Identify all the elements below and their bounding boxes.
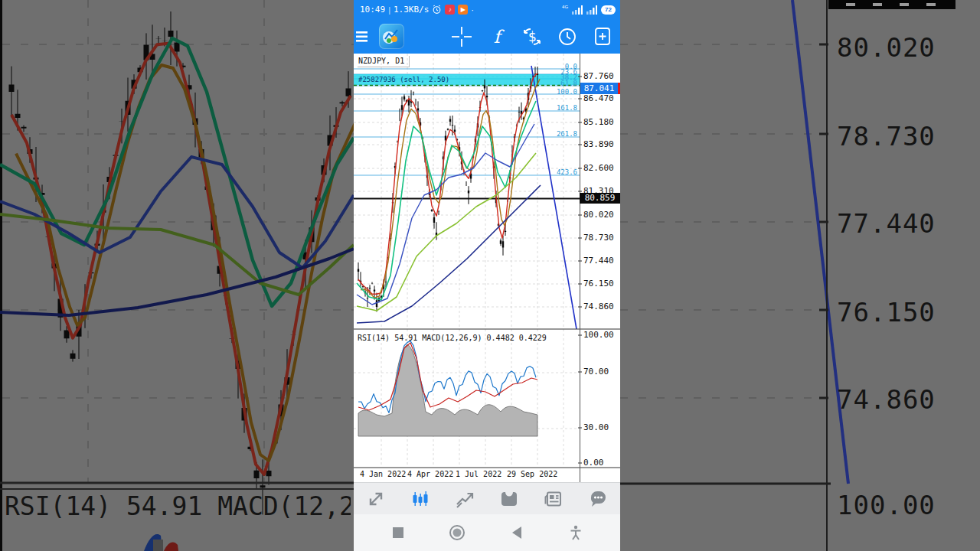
network-type-badge: 4G — [562, 5, 568, 9]
fib-level-label: 423.6 — [536, 169, 577, 176]
bottom-toolbar — [354, 482, 620, 515]
tiktok-icon: ♪ — [445, 5, 455, 15]
indicators-icon[interactable]: f — [479, 21, 514, 52]
date-axis-label: 1 Jul 2022 — [456, 470, 501, 478]
dot-icon: · — [471, 5, 474, 15]
svg-text:$: $ — [528, 29, 537, 44]
metatrader-logo-icon[interactable] — [379, 24, 404, 49]
bg-price-label: 77.440 — [837, 208, 936, 239]
trade-dollar-icon[interactable]: $ — [514, 21, 550, 52]
back-button[interactable] — [501, 517, 532, 548]
clock-time: 10:49 — [360, 5, 385, 15]
bid-line-price-tag: 80.859 — [580, 193, 620, 204]
bg-price-label: 74.860 — [837, 384, 936, 415]
net-speed: 1.3KB/s — [394, 5, 429, 15]
indicator-axis-label: 30.00 — [583, 423, 620, 432]
chat-icon[interactable] — [583, 485, 613, 513]
separator: | — [388, 5, 390, 15]
symbol-timeframe-label: NZDJPY, D1 — [358, 56, 410, 67]
new-order-icon[interactable] — [585, 21, 620, 52]
date-axis-label: 4 Jan 2022 — [360, 470, 406, 478]
screenshot-root: RSI(14) 54.91 MACD(12,26, 80. — [0, 0, 980, 551]
price-axis-label: 74.860 — [583, 302, 620, 311]
android-nav-bar — [354, 514, 620, 551]
alarm-icon — [432, 5, 442, 15]
accessibility-button[interactable] — [560, 517, 591, 548]
crosshair-icon[interactable] — [444, 21, 479, 52]
background-chart-right: 80.020 78.730 77.440 76.150 74.860 100.0… — [620, 0, 980, 551]
fib-level-label: 100.0 — [536, 89, 577, 96]
fib-level-label: 261.8 — [536, 131, 577, 138]
indicator-axis-label: 0.00 — [583, 458, 620, 468]
indicator-axis-label: 100.00 — [583, 331, 620, 340]
price-axis-label: 80.020 — [583, 210, 620, 220]
price-axis-label: 77.440 — [583, 256, 620, 266]
order-line-label: #25827936 (sell, 2.50) — [358, 76, 449, 83]
charts-icon[interactable] — [405, 485, 436, 513]
history-clock-icon[interactable] — [550, 21, 585, 52]
price-axis-label: 86.470 — [583, 94, 620, 103]
price-axis-label: 82.600 — [583, 164, 620, 173]
date-axis-label: 4 Apr 2022 — [407, 470, 453, 478]
background-rsi-header: RSI(14) 54.91 MACD(12,26, — [5, 491, 351, 521]
price-axis-label: 76.150 — [583, 279, 620, 289]
bg-price-label: 80.020 — [837, 32, 936, 63]
fib-level-label: 161.8 — [536, 105, 577, 112]
battery-icon: 72 — [601, 5, 616, 15]
trade-icon[interactable] — [449, 485, 480, 513]
price-axis-label: 87.760 — [583, 72, 620, 81]
chart-canvas[interactable]: NZDJPY, D1 #25827936 (sell, 2.50) 0.0 23… — [354, 54, 620, 482]
background-chart-left: RSI(14) 54.91 MACD(12,26, — [0, 0, 354, 551]
price-axis-label: 85.180 — [583, 118, 620, 127]
indicator-axis-label: 70.00 — [583, 367, 620, 377]
quotes-icon[interactable] — [361, 485, 391, 513]
video-icon: ▶ — [458, 5, 468, 15]
current-price-tag: 87.041 — [580, 83, 618, 94]
signal-icon-sim2 — [586, 5, 597, 15]
recents-button[interactable] — [383, 517, 413, 548]
app-toolbar: f $ — [354, 19, 620, 54]
bg-indicator-label: 100.00 — [837, 490, 936, 520]
mailbox-icon[interactable] — [494, 485, 524, 513]
price-axis-label: 83.890 — [583, 140, 620, 149]
indicator-header: RSI(14) 54.91 MACD(12,26,9) 0.4482 0.422… — [358, 334, 547, 342]
price-change-mark — [618, 83, 620, 94]
date-axis-label: 29 Sep 2022 — [507, 470, 557, 478]
phone-screen: 10:49 | 1.3KB/s ♪ ▶ · 4G — [354, 0, 620, 551]
status-bar: 10:49 | 1.3KB/s ♪ ▶ · 4G — [354, 0, 620, 19]
news-icon[interactable] — [538, 485, 569, 513]
fib-level-label: 61.8 — [536, 80, 577, 87]
price-axis-label: 78.730 — [583, 233, 620, 243]
bg-price-label: 76.150 — [837, 297, 936, 328]
menu-icon[interactable] — [356, 31, 368, 43]
signal-icon-sim1 — [572, 5, 583, 15]
bg-price-label: 78.730 — [837, 121, 936, 152]
home-button[interactable] — [442, 517, 472, 548]
